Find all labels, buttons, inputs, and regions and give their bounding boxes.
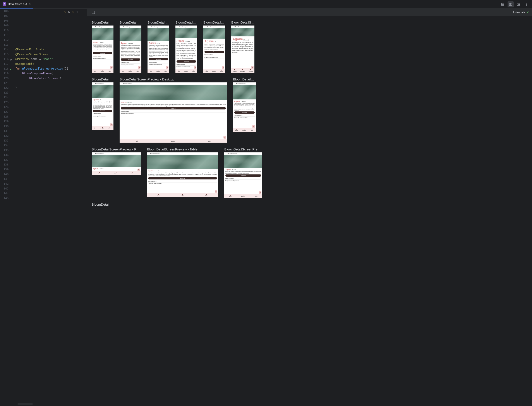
warning-count-2: 1 bbox=[76, 10, 78, 14]
preview-pane: Up-to-date ✔ BloomDetailSc…BloomComposeA… bbox=[87, 9, 532, 406]
svg-rect-0 bbox=[502, 3, 504, 6]
preview-device[interactable]: BloomComposeAgaveIn stockLorem ipsum dol… bbox=[120, 82, 227, 143]
preview-device[interactable]: BloomComposeAgaveIn stockLorem ipsum dol… bbox=[92, 26, 113, 72]
preview-item-title[interactable]: BloomDetailSc… bbox=[92, 21, 113, 24]
svg-rect-10 bbox=[92, 11, 95, 14]
warning-icon: ⚠ bbox=[72, 10, 74, 14]
preview-device[interactable]: BloomComposeAgaveIn stockLorem ipsum dol… bbox=[233, 82, 256, 132]
prev-warning-icon[interactable]: ˄ bbox=[80, 10, 81, 14]
horizontal-scrollbar[interactable] bbox=[17, 403, 33, 405]
preview-device[interactable]: BloomComposeAgaveIn stockLorem ipsum dol… bbox=[147, 152, 218, 197]
preview-device[interactable]: BloomComposeAgaveIn stockLorem ipsum dol… bbox=[203, 26, 225, 72]
preview-item-title[interactable]: BloomDetailSc… bbox=[203, 21, 225, 24]
tab-bar: K DetailScreen.kt × bbox=[0, 0, 532, 9]
view-design-only-button[interactable] bbox=[515, 1, 522, 7]
preview-item-title[interactable]: BloomDetailScreenPreview - Desktop bbox=[120, 77, 227, 81]
tabs: K DetailScreen.kt × bbox=[0, 0, 33, 8]
more-options-button[interactable] bbox=[523, 1, 529, 7]
preview-item-title[interactable]: BloomDetailScreenPreview - Pho… bbox=[92, 147, 141, 151]
svg-point-7 bbox=[526, 3, 527, 3]
preview-item-title[interactable]: BloomDetailScreenPrevie… bbox=[224, 147, 262, 151]
editor-toolbar-right bbox=[500, 1, 532, 7]
preview-layout-toggle-button[interactable] bbox=[90, 9, 96, 15]
preview-item-title[interactable]: BloomDetailSc… bbox=[233, 77, 256, 81]
preview-item-title[interactable]: BloomDetailSc… bbox=[92, 77, 113, 81]
preview-device[interactable]: BloomComposeAgaveIn stockLorem ipsum dol… bbox=[92, 82, 113, 130]
preview-device[interactable]: BloomComposeAgaveIn stockLorem ipsum dol… bbox=[224, 152, 262, 198]
preview-device[interactable]: BloomComposeAgaveIn stockLorem ipsum dol… bbox=[231, 26, 254, 72]
preview-device[interactable]: BloomComposeAgaveIn stockLorem ipsum dol… bbox=[148, 26, 169, 72]
preview-toolbar: Up-to-date ✔ bbox=[87, 9, 532, 16]
warning-count-1: 6 bbox=[68, 10, 70, 14]
code-editor[interactable]: 106107108109110111112113114115116⚙117118… bbox=[0, 9, 87, 402]
preview-item-title[interactable]: BloomDetailSc… bbox=[120, 21, 141, 24]
next-warning-icon[interactable]: ˅ bbox=[84, 10, 85, 14]
editor-pane: ⚠ 6 ⚠ 1 ˄ ˅ 1061071081091101111121131141… bbox=[0, 9, 87, 406]
preview-item-title[interactable]: BloomDetailSc… bbox=[231, 21, 254, 24]
tab-filename: DetailScreen.kt bbox=[8, 2, 27, 6]
code-content[interactable]: @PreviewFontScale@PreviewScreenSizes@Pre… bbox=[11, 9, 87, 402]
preview-item-title[interactable]: BloomDetailSc… bbox=[176, 21, 197, 24]
kotlin-file-icon: K bbox=[3, 2, 6, 6]
preview-item-title[interactable]: BloomDetailSc… bbox=[148, 21, 169, 24]
preview-device[interactable]: BloomComposeAgaveIn stockLorem ipsum dol… bbox=[176, 26, 197, 72]
view-code-only-button[interactable] bbox=[500, 1, 506, 7]
check-icon: ✔ bbox=[526, 11, 529, 14]
preview-status: Up-to-date ✔ bbox=[512, 11, 529, 14]
preview-device[interactable]: BloomComposeAgaveIn stockLorem ipsum dol… bbox=[120, 26, 141, 72]
status-text: Up-to-date bbox=[512, 11, 525, 14]
close-tab-icon[interactable]: × bbox=[29, 2, 30, 6]
warning-icon: ⚠ bbox=[64, 10, 66, 14]
main-split: ⚠ 6 ⚠ 1 ˄ ˅ 1061071081091101111121131141… bbox=[0, 9, 532, 406]
gutter[interactable]: 106107108109110111112113114115116⚙117118… bbox=[0, 9, 11, 402]
editor-inspection-widget[interactable]: ⚠ 6 ⚠ 1 ˄ ˅ bbox=[64, 10, 85, 14]
preview-item-title[interactable]: BloomDetailScreenPreview - Tablet bbox=[147, 147, 218, 151]
preview-item-title[interactable]: BloomDetailSc… bbox=[92, 203, 113, 206]
preview-grid[interactable]: BloomDetailSc…BloomComposeAgaveIn stockL… bbox=[87, 16, 532, 406]
tab-detailscreen[interactable]: K DetailScreen.kt × bbox=[0, 0, 33, 8]
svg-point-8 bbox=[526, 4, 527, 5]
svg-point-9 bbox=[526, 5, 527, 6]
preview-device[interactable]: BloomComposeAgaveIn stock✎HomeMyPlantsSe… bbox=[92, 152, 141, 175]
view-split-button[interactable] bbox=[508, 1, 514, 7]
